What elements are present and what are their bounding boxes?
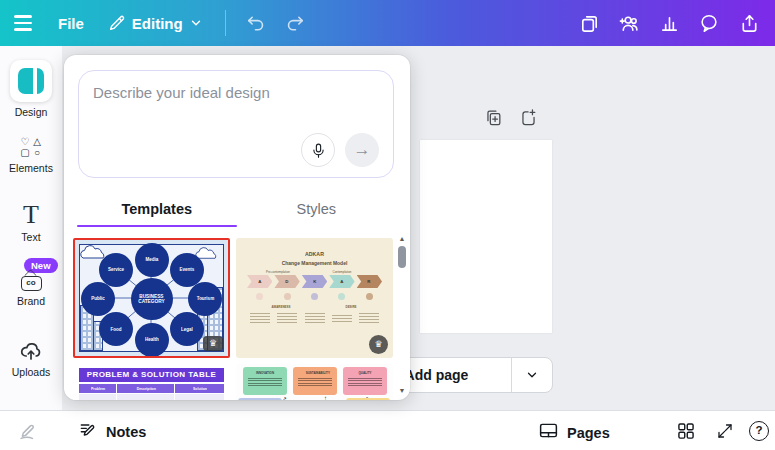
mind-map-node: Food xyxy=(99,312,133,346)
upload-cloud-icon xyxy=(19,339,43,363)
stage-chevron: D xyxy=(274,275,299,288)
stage-phase: Contemplation xyxy=(329,270,356,273)
bottom-bar: Notes 26% Pages 1 / 1 ? xyxy=(0,410,775,450)
add-page-dropdown[interactable] xyxy=(512,368,552,382)
sidebar-item-brand[interactable]: New co Brand xyxy=(0,272,62,307)
partial-shape xyxy=(238,398,282,400)
arrow-up: ↑ xyxy=(324,395,327,400)
brand-kit-icon: co xyxy=(21,276,42,291)
tab-label: Templates xyxy=(121,201,192,217)
mind-map-node: Health xyxy=(135,323,169,357)
design-prompt-input[interactable] xyxy=(79,71,393,133)
template-scrollbar[interactable]: ▲ ▼ xyxy=(397,235,407,395)
popup-tabs: Templates Styles xyxy=(77,190,396,227)
redo-button[interactable] xyxy=(276,0,316,46)
stage-heading: DESIRE xyxy=(336,305,365,308)
microphone-icon xyxy=(310,142,327,159)
template-sticky-notes[interactable]: INNOVATION SUSTAINABILITY QUALITY ↗ ↑ ↗ xyxy=(236,364,393,400)
fullscreen-button[interactable] xyxy=(716,422,734,444)
stage-dot xyxy=(256,293,263,300)
stage-chevron: A xyxy=(329,275,354,288)
sidebar-item-uploads[interactable]: Uploads xyxy=(0,339,62,378)
stage-dot xyxy=(366,293,373,300)
sidebar-item-label: Text xyxy=(0,231,62,243)
pages-icon xyxy=(538,420,559,445)
stage-dot xyxy=(338,293,345,300)
sidebar-item-design[interactable]: Design xyxy=(0,60,62,118)
notes-button[interactable]: Notes xyxy=(78,420,146,444)
mind-map-node: Public xyxy=(81,282,115,316)
help-button[interactable]: ? xyxy=(749,421,769,441)
tab-templates[interactable]: Templates xyxy=(77,190,237,227)
scrollbar-thumb[interactable] xyxy=(398,246,406,268)
voice-input-button[interactable] xyxy=(301,133,335,167)
sticky-card: SUSTAINABILITY xyxy=(293,367,337,395)
stage-chevron: A xyxy=(247,275,272,288)
mind-map-node: Media xyxy=(135,243,169,277)
draw-tool-icon[interactable] xyxy=(18,420,39,445)
stage-phase: Pre-contemplation xyxy=(265,270,292,273)
sticky-card: QUALITY xyxy=(343,367,387,395)
file-button[interactable]: File xyxy=(46,0,96,46)
comments-icon[interactable] xyxy=(689,0,729,46)
sidebar-item-text[interactable]: T Text xyxy=(0,202,62,243)
editing-label: Editing xyxy=(132,15,183,32)
sidebar-item-elements[interactable]: ♡△▢○ Elements xyxy=(0,136,62,174)
design-popup-panel: → Templates Styles xyxy=(64,55,410,400)
stage-dot xyxy=(284,293,291,300)
table-title: PROBLEM & SOLUTION TABLE xyxy=(79,368,224,382)
chevron-down-icon xyxy=(525,368,539,382)
editing-mode-button[interactable]: Editing xyxy=(96,0,215,46)
arrow-right-icon: → xyxy=(354,140,371,160)
pro-crown-badge: ♛ xyxy=(369,335,388,354)
duplicate-page-icon[interactable] xyxy=(484,108,503,127)
add-page-label: Add page xyxy=(405,367,469,383)
pages-button[interactable]: Pages xyxy=(538,420,610,445)
template-problem-solution-table[interactable]: PROBLEM & SOLUTION TABLE Problem Descrip… xyxy=(73,364,230,400)
sticky-card: INNOVATION xyxy=(243,367,287,395)
prompt-box: → xyxy=(78,70,394,178)
template-business-mind-map[interactable]: BUSINESS CATEGORY Media Events Tourism L… xyxy=(73,238,230,358)
question-mark: ? xyxy=(755,424,762,436)
scroll-down-arrow[interactable]: ▼ xyxy=(397,387,407,394)
tab-styles[interactable]: Styles xyxy=(237,190,397,227)
column-header: Solution xyxy=(193,387,207,391)
mind-map-node: Service xyxy=(99,253,133,287)
chevron-down-icon xyxy=(189,16,203,30)
stage-chevron: R xyxy=(357,275,382,288)
pro-crown-badge: ♛ xyxy=(203,336,223,351)
arrow-up: ↗ xyxy=(282,395,287,400)
menu-icon[interactable] xyxy=(0,0,46,46)
add-page-icon[interactable] xyxy=(519,108,538,127)
grid-view-button[interactable] xyxy=(676,421,696,445)
invite-members-icon[interactable] xyxy=(609,0,649,46)
share-icon[interactable] xyxy=(729,0,769,46)
canva-editor: File Editing xyxy=(0,0,775,450)
elements-shapes-icon: ♡△▢○ xyxy=(19,136,43,158)
submit-prompt-button[interactable]: → xyxy=(345,133,379,167)
mind-map-center-node: BUSINESS CATEGORY xyxy=(131,278,173,320)
top-bar: File Editing xyxy=(0,0,775,46)
column-header: Problem xyxy=(91,387,105,391)
sidebar: Design ♡△▢○ Elements T Text New co Brand… xyxy=(0,46,62,410)
adkar-title: ADKAR xyxy=(263,252,365,258)
stage-chevron: K xyxy=(302,275,327,288)
stage-dot xyxy=(311,293,318,300)
insights-icon[interactable] xyxy=(649,0,689,46)
pages-label: Pages xyxy=(567,425,610,441)
sidebar-item-label: Design xyxy=(0,106,62,118)
canvas-page[interactable] xyxy=(420,140,552,333)
tab-label: Styles xyxy=(297,201,337,217)
undo-button[interactable] xyxy=(236,0,276,46)
adkar-subtitle: Change Management Model xyxy=(266,261,363,267)
scroll-up-arrow[interactable]: ▲ xyxy=(397,235,407,242)
design-icon xyxy=(10,60,52,102)
mind-map-node: Tourism xyxy=(188,282,222,316)
template-grid: BUSINESS CATEGORY Media Events Tourism L… xyxy=(73,238,393,400)
topbar-actions xyxy=(569,0,775,46)
sidebar-item-label: Elements xyxy=(0,162,62,174)
template-adkar-model[interactable]: ADKAR Change Management Model Pre-contem… xyxy=(236,238,393,358)
column-header: Description xyxy=(136,387,155,391)
pages-overview-icon[interactable] xyxy=(569,0,609,46)
text-icon: T xyxy=(0,202,62,228)
